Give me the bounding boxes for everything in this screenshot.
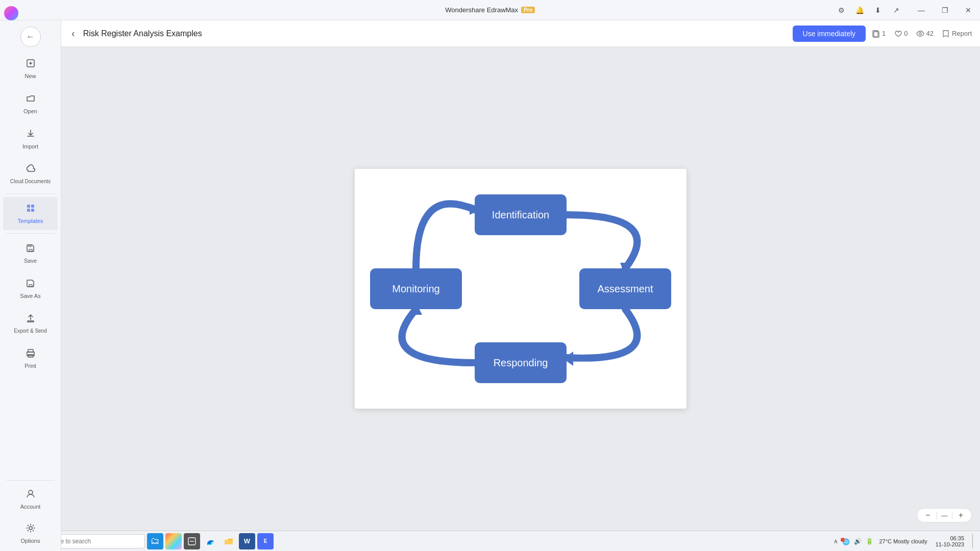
- svg-rect-5: [27, 209, 30, 212]
- window-controls: — ❐ ✕: [910, 0, 980, 20]
- svg-rect-3: [27, 205, 30, 208]
- sidebar-print-label: Print: [24, 363, 36, 369]
- report-label: Report: [952, 30, 972, 37]
- zoom-divider: [937, 511, 937, 519]
- likes-icon: [894, 30, 902, 38]
- time-text: 06:35: [950, 535, 964, 541]
- close-button[interactable]: ✕: [957, 0, 980, 20]
- pages-icon: [872, 30, 880, 38]
- taskbar-app-task[interactable]: [184, 533, 200, 549]
- sidebar-open-label: Open: [23, 108, 37, 114]
- pages-count: 1: [882, 30, 886, 37]
- header-title: Risk Register Analysis Examples: [83, 29, 787, 38]
- identification-label: Identification: [492, 209, 549, 220]
- show-desktop-button[interactable]: [972, 534, 976, 548]
- views-meta: 42: [916, 30, 934, 38]
- taskbar-app-edge[interactable]: [202, 533, 218, 549]
- use-immediately-button[interactable]: Use immediately: [793, 26, 866, 42]
- sidebar-item-options[interactable]: Options: [3, 517, 58, 550]
- sidebar-item-new[interactable]: New: [3, 52, 58, 85]
- download-icon[interactable]: ⬇: [870, 2, 886, 18]
- date-text: 11-10-2023: [936, 541, 964, 547]
- arrow-identification-to-assessment: [567, 215, 637, 268]
- zoom-level: —: [941, 512, 948, 519]
- report-button[interactable]: Report: [942, 30, 972, 38]
- taskbar-app-explorer2[interactable]: [220, 533, 237, 549]
- taskbar-app-word[interactable]: W: [239, 533, 255, 549]
- sidebar-saveas-label: Save As: [20, 293, 40, 299]
- saveas-icon: [26, 278, 36, 291]
- sidebar-save-label: Save: [24, 258, 37, 264]
- titlebar-right-icons: ⚙ 🔔 ⬇ ↗: [829, 0, 909, 20]
- network-notification: [841, 538, 845, 542]
- main-content: ‹ Risk Register Analysis Examples Use im…: [61, 20, 980, 531]
- save-icon: [26, 243, 36, 256]
- sidebar-item-cloud[interactable]: Cloud Documents: [3, 158, 58, 190]
- sidebar-item-save[interactable]: Save: [3, 237, 58, 270]
- content-header: ‹ Risk Register Analysis Examples Use im…: [61, 20, 980, 47]
- sidebar-item-saveas[interactable]: Save As: [3, 272, 58, 305]
- pages-meta: 1: [872, 30, 886, 38]
- templates-icon: [26, 203, 36, 216]
- zoom-controls: − — +: [917, 508, 972, 522]
- task-icon: [187, 537, 197, 546]
- arrow-assessment-to-responding: [567, 309, 637, 358]
- open-icon: [26, 93, 36, 106]
- minimize-button[interactable]: —: [910, 0, 933, 20]
- likes-count: 0: [904, 30, 908, 37]
- sidebar-back-button[interactable]: ←: [20, 27, 41, 47]
- svg-rect-9: [29, 285, 32, 287]
- canvas-area: Identification Assessment Responding Mon…: [61, 47, 980, 531]
- monitoring-label: Monitoring: [392, 283, 439, 294]
- zoom-out-button[interactable]: −: [923, 511, 932, 520]
- weather-display: 27°C Mostly cloudy: [877, 538, 929, 544]
- taskbar-app-explorer[interactable]: 🗂: [147, 533, 163, 549]
- sidebar-templates-label: Templates: [17, 218, 43, 224]
- taskbar: 🗂 W E ∧ 🌐 🔊 🔋 27°C Mostly cloudy 06:35 1…: [0, 531, 980, 551]
- taskbar-right: ∧ 🌐 🔊 🔋 27°C Mostly cloudy 06:35 11-10-2…: [832, 534, 976, 548]
- titlebar: Wondershare EdrawMax Pro ⚙ 🔔 ⬇ ↗ — ❐ ✕: [0, 0, 980, 20]
- svg-point-12: [29, 490, 33, 494]
- export-icon: [26, 313, 36, 326]
- report-icon: [942, 30, 950, 38]
- taskbar-sys-icons: ∧ 🌐 🔊 🔋: [832, 537, 875, 546]
- assessment-label: Assessment: [598, 283, 653, 294]
- sidebar-item-templates[interactable]: Templates: [3, 197, 58, 230]
- sidebar-item-import[interactable]: Import: [3, 122, 58, 156]
- folder-icon: [224, 536, 234, 546]
- battery-icon: 🔋: [864, 537, 875, 546]
- sidebar-new-label: New: [24, 73, 36, 79]
- chevron-up-icon[interactable]: ∧: [832, 537, 840, 546]
- svg-point-16: [919, 33, 921, 35]
- views-count: 42: [926, 30, 934, 37]
- taskbar-app-edraw[interactable]: E: [257, 533, 274, 549]
- sidebar: ← New Open Import Cloud Documents Templa…: [0, 20, 61, 551]
- settings-icon[interactable]: ⚙: [833, 2, 849, 18]
- svg-rect-6: [31, 209, 34, 212]
- options-icon: [26, 523, 36, 536]
- header-meta: 1 0 42 Report: [872, 30, 972, 38]
- taskbar-app-photo[interactable]: [165, 533, 182, 549]
- zoom-divider-2: [952, 511, 952, 519]
- sidebar-item-open[interactable]: Open: [3, 87, 58, 120]
- sidebar-item-export[interactable]: Export & Send: [3, 307, 58, 340]
- print-icon: [26, 348, 36, 361]
- svg-point-13: [29, 527, 32, 530]
- sidebar-account-label: Account: [20, 504, 41, 510]
- restore-button[interactable]: ❐: [933, 0, 957, 20]
- svg-rect-8: [29, 245, 31, 246]
- zoom-in-button[interactable]: +: [957, 511, 965, 520]
- responding-label: Responding: [494, 357, 548, 368]
- sidebar-import-label: Import: [22, 143, 38, 149]
- share-icon[interactable]: ↗: [888, 2, 904, 18]
- sidebar-item-print[interactable]: Print: [3, 342, 58, 375]
- speaker-icon: 🔊: [852, 537, 863, 546]
- app-avatar: [4, 6, 18, 20]
- titlebar-title: Wondershare EdrawMax Pro: [445, 6, 535, 14]
- weather-text: 27°C Mostly cloudy: [879, 538, 927, 544]
- header-back-button[interactable]: ‹: [69, 26, 77, 41]
- notification-icon[interactable]: 🔔: [851, 2, 868, 18]
- arrow-monitoring-to-identification: [416, 204, 475, 268]
- views-icon: [916, 30, 924, 38]
- sidebar-item-account[interactable]: Account: [3, 483, 58, 516]
